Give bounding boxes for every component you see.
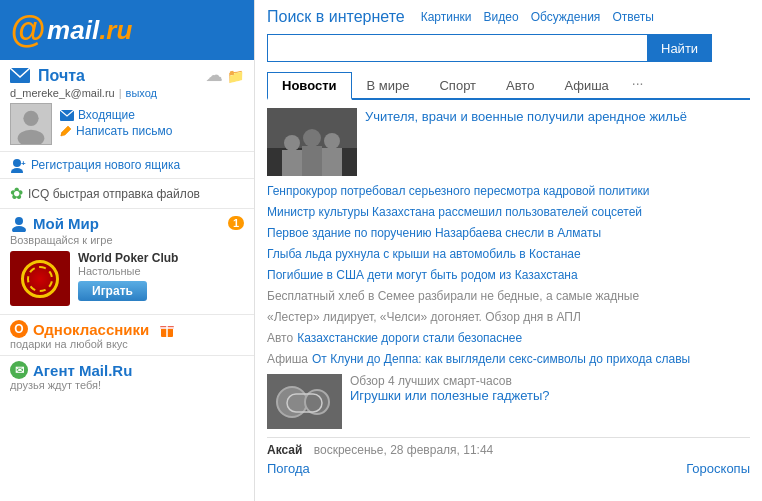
weather-link[interactable]: Погода xyxy=(267,461,310,476)
svg-rect-21 xyxy=(282,150,302,176)
svg-point-8 xyxy=(11,168,23,173)
search-nav-video[interactable]: Видео xyxy=(484,10,519,24)
user-line: d_mereke_k@mail.ru | выход xyxy=(10,87,244,99)
tab-afisha[interactable]: Афиша xyxy=(549,72,623,100)
news-item-8-label: Афиша xyxy=(267,352,308,366)
bottom-news-title: Обзор 4 лучших смарт-часов xyxy=(350,374,750,388)
game-title: World Poker Club xyxy=(78,251,244,265)
inbox-label: Входящие xyxy=(78,108,135,122)
ok-title: О Одноклассники xyxy=(10,320,244,338)
bottom-news-svg xyxy=(267,374,342,429)
logo-at: @ xyxy=(10,9,45,51)
tab-more[interactable]: ··· xyxy=(624,70,652,98)
myworld-title-row: Мой Мир 1 xyxy=(10,214,244,232)
inbox-link[interactable]: Входящие xyxy=(60,108,172,122)
user-email: d_mereke_k@mail.ru xyxy=(10,87,115,99)
featured-image-svg xyxy=(267,108,357,176)
tabs-row: Новости В мире Спорт Авто Афиша ··· xyxy=(267,70,750,100)
bottom-news: Обзор 4 лучших смарт-часов Игрушки или п… xyxy=(267,374,750,429)
svg-point-20 xyxy=(324,133,340,149)
bottom-links: Погода Гороскопы xyxy=(267,461,750,476)
separator: | xyxy=(119,87,122,99)
svg-rect-22 xyxy=(302,146,322,176)
search-nav: Картинки Видео Обсуждения Ответы xyxy=(421,10,654,24)
news-item-8-text: От Клуни до Деппа: как выглядели секс-си… xyxy=(312,352,690,366)
svg-marker-5 xyxy=(61,126,71,136)
game-info: World Poker Club Настольные Играть xyxy=(78,251,244,301)
location-row: Аксай воскресенье, 28 февраля, 11:44 xyxy=(267,437,750,457)
avatar-area: Входящие Написать письмо xyxy=(10,103,244,145)
search-button[interactable]: Найти xyxy=(647,34,712,62)
compose-link[interactable]: Написать письмо xyxy=(60,124,172,138)
inbox-icon xyxy=(60,110,74,121)
mail-section: Почта ☁ 📁 d_mereke_k@mail.ru | выход xyxy=(0,60,254,152)
news-item-5[interactable]: Бесплатный хлеб в Семее разбирали не бед… xyxy=(267,287,750,305)
ok-label: Одноклассники xyxy=(33,321,149,338)
person-add-icon: + xyxy=(10,157,26,173)
ok-section: О Одноклассники подарки на любой вкус xyxy=(0,315,254,356)
svg-text:+: + xyxy=(21,159,26,168)
search-header: Поиск в интернете Картинки Видео Обсужде… xyxy=(267,8,750,26)
cloud-icon: ☁ xyxy=(206,66,222,85)
news-item-0[interactable]: Генпрокурор потребовал серьезного пересм… xyxy=(267,182,750,200)
news-item-2[interactable]: Первое здание по поручению Назарбаева сн… xyxy=(267,224,750,242)
search-nav-discussions[interactable]: Обсуждения xyxy=(531,10,601,24)
mail-section-title: Почта ☁ 📁 xyxy=(10,66,244,85)
icq-label: ICQ быстрая отправка файлов xyxy=(28,187,200,201)
logo-header: @ mail .ru xyxy=(0,0,254,60)
search-box-row: Найти xyxy=(267,34,750,62)
bottom-news-image xyxy=(267,374,342,429)
location-day: воскресенье, 28 февраля, 11:44 xyxy=(314,443,494,457)
myworld-title: Мой Мир xyxy=(33,215,99,232)
agent-subtitle: друзья ждут тебя! xyxy=(10,379,244,391)
svg-point-2 xyxy=(23,111,38,126)
news-item-8[interactable]: АфишаОт Клуни до Деппа: как выглядели се… xyxy=(267,350,750,368)
tab-world[interactable]: В мире xyxy=(352,72,425,100)
play-button[interactable]: Играть xyxy=(78,281,147,301)
mail-actions: Входящие Написать письмо xyxy=(60,108,172,140)
game-subtitle: Настольные xyxy=(78,265,244,277)
svg-point-7 xyxy=(13,159,21,167)
myworld-subtitle: Возвращайся к игре xyxy=(10,234,244,246)
news-item-6[interactable]: «Лестер» лидирует, «Челси» догоняет. Обз… xyxy=(267,308,750,326)
featured-news: Учителя, врачи и военные получили арендн… xyxy=(267,108,750,176)
news-item-3[interactable]: Глыба льда рухнула с крыши на автомобиль… xyxy=(267,245,750,263)
agent-title-row: ✉ Агент Mail.Ru xyxy=(10,361,244,379)
horoscope-link[interactable]: Гороскопы xyxy=(686,461,750,476)
news-list: Генпрокурор потребовал серьезного пересм… xyxy=(267,182,750,368)
news-item-7-text: Казахстанские дороги стали безопаснее xyxy=(297,331,522,345)
svg-point-11 xyxy=(12,226,26,232)
bottom-news-subtitle[interactable]: Игрушки или полезные гаджеты? xyxy=(350,388,750,403)
news-item-1[interactable]: Министр культуры Казахстана рассмешил по… xyxy=(267,203,750,221)
compose-icon xyxy=(60,125,72,137)
agent-icon: ✉ xyxy=(10,361,28,379)
main-content: Поиск в интернете Картинки Видео Обсужде… xyxy=(255,0,762,501)
register-section[interactable]: + Регистрация нового ящика xyxy=(0,152,254,179)
svg-point-18 xyxy=(284,135,300,151)
myworld-icon xyxy=(10,214,28,232)
sidebar: @ mail .ru Почта ☁ 📁 d_mereke_k@mail.ru … xyxy=(0,0,255,501)
logout-link[interactable]: выход xyxy=(126,87,157,99)
bottom-news-text: Обзор 4 лучших смарт-часов Игрушки или п… xyxy=(350,374,750,429)
search-input[interactable] xyxy=(267,34,647,62)
poker-chip xyxy=(21,260,59,298)
logo-mail: mail xyxy=(47,15,99,46)
avatar xyxy=(10,103,52,145)
search-nav-images[interactable]: Картинки xyxy=(421,10,472,24)
featured-news-title[interactable]: Учителя, врачи и военные получили арендн… xyxy=(365,109,687,124)
agent-section: ✉ Агент Mail.Ru друзья ждут тебя! xyxy=(0,356,254,396)
news-item-7[interactable]: АвтоКазахстанские дороги стали безопасне… xyxy=(267,329,750,347)
ok-icon: О xyxy=(10,320,28,338)
myworld-section: Мой Мир 1 Возвращайся к игре World Poker… xyxy=(0,209,254,315)
icq-flower-icon: ✿ xyxy=(10,184,23,203)
news-item-4[interactable]: Погибшие в США дети могут быть родом из … xyxy=(267,266,750,284)
icq-section: ✿ ICQ быстрая отправка файлов xyxy=(0,179,254,209)
tab-news[interactable]: Новости xyxy=(267,72,352,100)
avatar-svg xyxy=(11,103,51,145)
register-label: Регистрация нового ящика xyxy=(31,158,180,172)
ok-subtitle: подарки на любой вкус xyxy=(10,338,244,350)
search-nav-answers[interactable]: Ответы xyxy=(612,10,653,24)
tab-auto[interactable]: Авто xyxy=(491,72,549,100)
agent-label: Агент Mail.Ru xyxy=(33,362,132,379)
tab-sport[interactable]: Спорт xyxy=(424,72,491,100)
